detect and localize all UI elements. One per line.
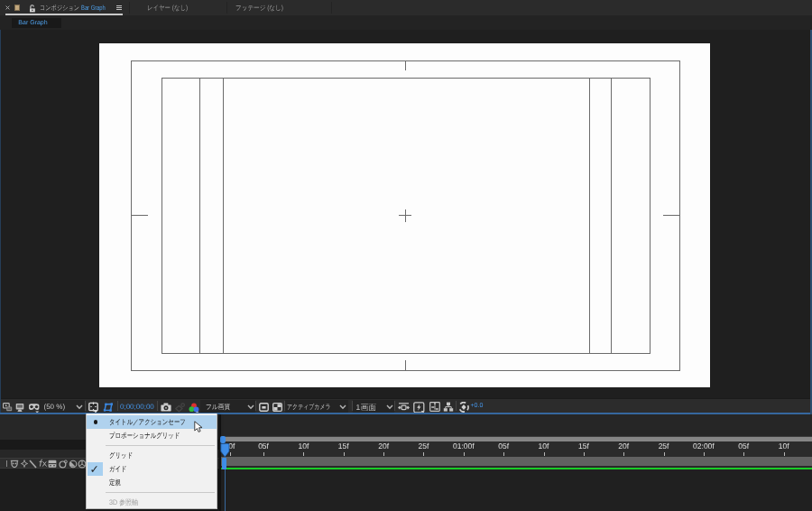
tab-divider: [226, 2, 227, 14]
ruler-tick: [544, 452, 545, 456]
ruler-tick: [584, 452, 585, 456]
menu-item-grid[interactable]: グリッド: [87, 449, 217, 462]
camera-view-value[interactable]: アクティブカメラ: [287, 403, 331, 413]
comp-panel-tabstrip: コンポジション Bar Graph レイヤー (なし) フッテージ (なし): [0, 0, 812, 15]
menu-item-rulers[interactable]: 定規: [87, 476, 217, 489]
after-effects-window: コンポジション Bar Graph レイヤー (なし) フッテージ (なし) B…: [0, 0, 812, 511]
resolution-value[interactable]: フル画質: [206, 403, 230, 413]
panel-menu-icon[interactable]: [116, 5, 122, 11]
shy-icon[interactable]: [10, 460, 19, 469]
timeline-button-icon[interactable]: [429, 402, 440, 412]
fast-previews-icon[interactable]: [413, 402, 425, 413]
unlock-icon[interactable]: [29, 5, 36, 13]
ruler-tick: [263, 452, 264, 456]
motion-blur-icon[interactable]: [59, 460, 68, 469]
toolbar-divider: [352, 401, 353, 411]
ruler-tick: [423, 452, 424, 456]
ruler-tick: [784, 452, 785, 456]
work-area-start-handle[interactable]: [222, 458, 226, 469]
ruler-tick: [704, 452, 705, 456]
menu-separator: [106, 445, 215, 446]
snapshot-camera-icon[interactable]: [161, 403, 171, 412]
toolbar-divider: [85, 401, 86, 411]
reset-exposure-icon[interactable]: [458, 402, 469, 413]
composition-viewer[interactable]: [0, 30, 812, 398]
menu-check-background: ✓: [88, 462, 103, 476]
menu-separator: [106, 492, 215, 493]
ruler-label: 15f: [578, 441, 589, 451]
camera-chevron-icon[interactable]: [339, 404, 346, 410]
ruler-tick: [664, 452, 665, 456]
toolbar-divider: [394, 401, 395, 411]
comp-navigator-row: Bar Graph: [0, 15, 812, 30]
menu-bullet-icon: [94, 420, 97, 423]
comp-panel-tab-label[interactable]: コンポジション: [40, 4, 79, 14]
safe-guides: [99, 43, 710, 387]
playhead[interactable]: [220, 443, 230, 458]
timecode-display[interactable]: 0;00;00;00: [120, 403, 154, 411]
ruler-label: 20f: [618, 441, 629, 451]
tab-divider: [129, 2, 130, 14]
ruler-label: 10f: [298, 441, 309, 451]
ruler-tick: [344, 452, 345, 456]
ruler-tick: [383, 452, 384, 456]
toolbar-divider: [284, 401, 285, 411]
ruler-label: 25f: [659, 441, 669, 451]
always-preview-icon[interactable]: [3, 403, 13, 412]
mask-visibility-icon[interactable]: [102, 403, 114, 412]
mouse-cursor: [194, 421, 203, 434]
adjustment-layer-icon[interactable]: [69, 460, 78, 469]
quality-icon[interactable]: [29, 460, 37, 469]
zoom-chevron-icon[interactable]: [76, 404, 83, 410]
menu-item-guides[interactable]: ✓ ガイド: [87, 462, 217, 476]
panel-drag-icon[interactable]: [14, 5, 21, 11]
toolbar-divider: [157, 401, 158, 411]
show-snapshot-icon[interactable]: [175, 403, 185, 413]
exposure-value[interactable]: +0.0: [471, 403, 484, 409]
monitor-icon[interactable]: [15, 403, 24, 413]
time-ruler[interactable]: [221, 441, 812, 457]
composition-canvas[interactable]: [99, 43, 710, 387]
ruler-tick: [743, 452, 744, 456]
work-area-bar[interactable]: [221, 457, 812, 467]
ruler-label: 05f: [498, 441, 509, 451]
menu-item-3d-reference-axes: 3D 参照軸: [87, 496, 217, 509]
ruler-tick: [303, 452, 304, 456]
checkmark-icon: ✓: [90, 462, 99, 476]
active-panel-border-left: [0, 30, 1, 413]
comp-panel-toolbar: (50 %) 0;00;00;00: [0, 398, 812, 413]
ruler-label: 10f: [779, 441, 789, 451]
ruler-label: 01:00f: [453, 441, 475, 451]
ruler-label: 25f: [419, 441, 429, 451]
pixel-aspect-icon[interactable]: [398, 403, 410, 412]
close-icon[interactable]: [5, 5, 10, 10]
ruler-tick: [623, 452, 624, 456]
ruler-tick: [464, 452, 465, 456]
layout-chevron-icon[interactable]: [386, 404, 393, 410]
resolution-chevron-icon[interactable]: [247, 404, 254, 410]
ruler-label: 10f: [539, 441, 549, 451]
tab-divider: [331, 2, 332, 14]
region-of-interest-icon[interactable]: [259, 403, 269, 412]
frame-blend-icon[interactable]: [48, 460, 57, 469]
zoom-value[interactable]: (50 %): [44, 403, 66, 411]
comp-breadcrumb-label: Bar Graph: [18, 20, 47, 26]
comp-tab-name[interactable]: Bar Graph: [81, 4, 106, 12]
switches-divider: [6, 460, 7, 468]
toolbar-divider: [255, 401, 256, 411]
ruler-label: 05f: [738, 441, 749, 451]
3d-layer-icon[interactable]: [78, 460, 87, 469]
ruler-label: 05f: [258, 441, 269, 451]
tab-layer[interactable]: レイヤー (なし): [147, 4, 188, 14]
ruler-tick: [503, 452, 504, 456]
comp-breadcrumb-chip[interactable]: Bar Graph: [12, 18, 61, 29]
tab-footage[interactable]: フッテージ (なし): [235, 4, 283, 14]
effects-fx-icon[interactable]: [39, 459, 48, 469]
toolbar-divider: [117, 401, 118, 411]
flowchart-button-icon[interactable]: [443, 402, 454, 412]
collapse-transformations-icon[interactable]: [21, 460, 28, 468]
timeline-track-area[interactable]: [221, 469, 812, 511]
transparency-grid-icon[interactable]: [272, 403, 282, 412]
toolbar-divider: [456, 401, 457, 411]
ruler-label: 15f: [338, 441, 349, 451]
